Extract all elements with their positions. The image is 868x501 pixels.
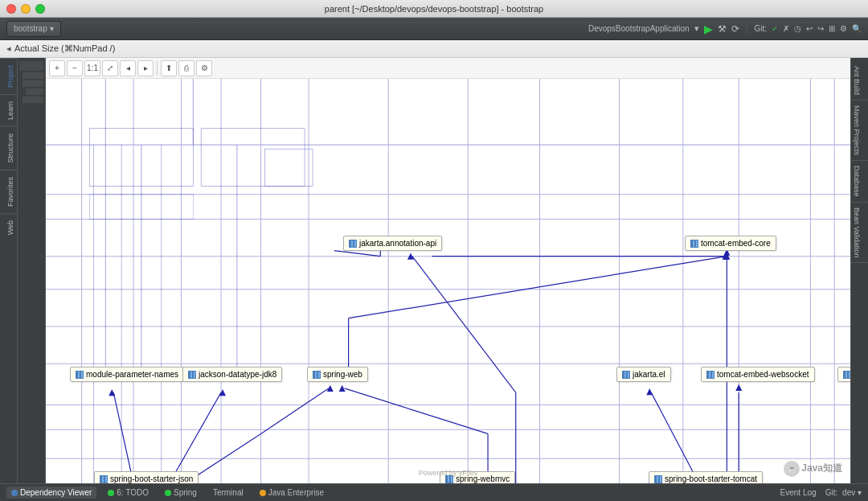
- sidebar-item-web[interactable]: Web: [0, 213, 17, 241]
- svg-marker-45: [407, 253, 414, 260]
- undo-icon[interactable]: ↩: [806, 24, 813, 33]
- content-area: Project Learn Structure Favorites Web + …: [0, 58, 868, 483]
- search-icon[interactable]: 🔍: [852, 24, 862, 33]
- java-zhidao-watermark: ☕Java知道: [784, 461, 842, 477]
- svg-marker-47: [108, 389, 115, 396]
- git-label: Git:: [754, 24, 767, 33]
- left-button[interactable]: ◂: [120, 60, 136, 76]
- event-log-label[interactable]: Event Log: [780, 488, 817, 497]
- node-spring-boot-starter-tomcat[interactable]: spring-boot-starter-tomcat: [649, 471, 763, 483]
- diagram-settings-button[interactable]: ⚙: [196, 60, 212, 76]
- node-label: tomcat-embed-websocket: [717, 370, 809, 379]
- node-icon: [690, 240, 698, 248]
- node-icon: [349, 240, 357, 248]
- left-panel: Project Learn Structure Favorites Web: [0, 58, 18, 483]
- java-logo-circle: ☕: [784, 461, 800, 477]
- tab-todo[interactable]: 6: TODO: [103, 487, 154, 499]
- svg-line-38: [651, 392, 698, 483]
- build-icon[interactable]: ⚒: [718, 23, 727, 35]
- git-x: ✗: [783, 24, 789, 33]
- dependency-graph-svg: [46, 79, 850, 483]
- actual-size-button[interactable]: 1:1: [84, 60, 100, 76]
- node-tomcat-embed-core[interactable]: tomcat-embed-core: [685, 236, 776, 251]
- sidebar-item-project[interactable]: Project: [0, 58, 17, 94]
- node-icon: [654, 475, 662, 483]
- spring-icon: [165, 490, 171, 496]
- project-tree-panel: [18, 58, 46, 483]
- settings-icon[interactable]: ⚙: [840, 24, 847, 33]
- node-icon: [100, 475, 108, 483]
- tab-label: Terminal: [213, 488, 244, 497]
- export-button[interactable]: ⬆: [161, 60, 177, 76]
- tab-terminal[interactable]: Terminal: [208, 487, 248, 499]
- right-tab-ant-build[interactable]: Ant Build: [851, 61, 868, 101]
- node-label: spring-boot-starter-json: [110, 474, 193, 483]
- tab-label: Java Enterprise: [268, 488, 324, 497]
- layout-icon[interactable]: ⊞: [829, 24, 835, 33]
- print-button[interactable]: ⎙: [178, 60, 194, 76]
- diagram-panel: + − 1:1 ⤢ ◂ ▸ ⬆ ⎙ ⚙: [46, 58, 850, 483]
- node-spring-web[interactable]: spring-web: [307, 367, 368, 382]
- breadcrumb-arrow-left[interactable]: ◂: [6, 43, 11, 54]
- svg-marker-39: [646, 388, 653, 395]
- node-jackson-datatype-jdk8[interactable]: jackson-datatype-jdk8: [182, 367, 282, 382]
- tab-java-enterprise[interactable]: Java Enterprise: [255, 487, 329, 499]
- svg-line-48: [170, 392, 221, 483]
- node-jakarta-annotation-api[interactable]: jakarta.annotation-api: [343, 236, 442, 251]
- node-icon: [313, 371, 321, 379]
- minimize-button[interactable]: [21, 4, 31, 14]
- ide-toolbar: bootstrap ▾ DevopsBootstrapApplication ▾…: [0, 18, 868, 40]
- tab-label: Dependency Viewer: [20, 488, 92, 497]
- breadcrumb-bar: ◂ Actual Size (⌘NumPad /): [0, 40, 868, 58]
- node-label: jakarta.annotation-api: [359, 239, 436, 248]
- node-spring-boot-starter-json[interactable]: spring-boot-starter-json: [94, 471, 199, 483]
- bottom-right-area: Event Log Git: dev ▾: [780, 488, 862, 497]
- close-button[interactable]: [6, 4, 16, 14]
- right-button[interactable]: ▸: [137, 60, 154, 76]
- right-tab-database[interactable]: Database: [851, 161, 868, 203]
- svg-line-44: [412, 257, 516, 392]
- yfiles-watermark: Powered by yFiles: [419, 469, 478, 477]
- run-icon[interactable]: ▶: [704, 23, 713, 35]
- project-dropdown[interactable]: bootstrap ▾: [6, 21, 61, 37]
- tab-label: 6: TODO: [117, 488, 149, 497]
- project-label: bootstrap: [14, 24, 47, 33]
- svg-rect-61: [201, 129, 305, 187]
- zoom-in-button[interactable]: +: [49, 60, 65, 76]
- redo-icon[interactable]: ↪: [817, 24, 824, 33]
- node-icon: [622, 371, 630, 379]
- node-icon: [76, 371, 84, 379]
- node-label: jackson-datatype-jdk8: [199, 370, 276, 379]
- node-tomcat-embed-websocket[interactable]: tomcat-embed-websocket: [701, 367, 815, 382]
- graph-canvas[interactable]: jakarta.annotation-api tomcat-embed-core…: [46, 79, 850, 483]
- svg-line-46: [113, 392, 133, 483]
- tab-spring[interactable]: Spring: [160, 487, 202, 499]
- run-config-dropdown[interactable]: ▾: [694, 23, 699, 34]
- sidebar-item-learn[interactable]: Learn: [0, 94, 17, 126]
- tab-dependency-viewer[interactable]: Dependency Viewer: [6, 487, 96, 499]
- svg-marker-42: [339, 385, 346, 392]
- svg-marker-49: [219, 389, 226, 396]
- tab-label: Spring: [174, 488, 197, 497]
- svg-rect-63: [90, 195, 194, 220]
- breadcrumb-text: Actual Size (⌘NumPad /): [14, 43, 115, 54]
- node-label: spring-boot-starter-tomcat: [665, 474, 757, 483]
- todo-icon: [108, 490, 114, 496]
- titlebar: parent [~/Desktop/devops/devops-bootstra…: [0, 0, 868, 18]
- run-config-label: DevopsBootstrapApplication: [588, 24, 690, 33]
- node-module-parameter-names[interactable]: module-parameter-names: [70, 367, 184, 382]
- sidebar-item-structure[interactable]: Structure: [0, 126, 17, 170]
- node-sv[interactable]: sv: [837, 367, 850, 382]
- maximize-button[interactable]: [35, 4, 45, 14]
- right-tab-maven[interactable]: Maven Projects: [851, 101, 868, 161]
- diagram-toolbar: + − 1:1 ⤢ ◂ ▸ ⬆ ⎙ ⚙: [46, 58, 850, 79]
- bottom-bar: Dependency Viewer 6: TODO Spring Termina…: [0, 483, 868, 501]
- node-label: tomcat-embed-core: [701, 239, 771, 248]
- zoom-out-button[interactable]: −: [67, 60, 83, 76]
- right-tab-bean-validation[interactable]: Bean Validation: [851, 203, 868, 263]
- svg-line-51: [261, 388, 329, 433]
- sidebar-item-favorites[interactable]: Favorites: [0, 170, 17, 213]
- fit-button[interactable]: ⤢: [102, 60, 118, 76]
- node-jakarta-el[interactable]: jakarta.el: [616, 367, 671, 382]
- reload-icon[interactable]: ⟳: [731, 23, 739, 35]
